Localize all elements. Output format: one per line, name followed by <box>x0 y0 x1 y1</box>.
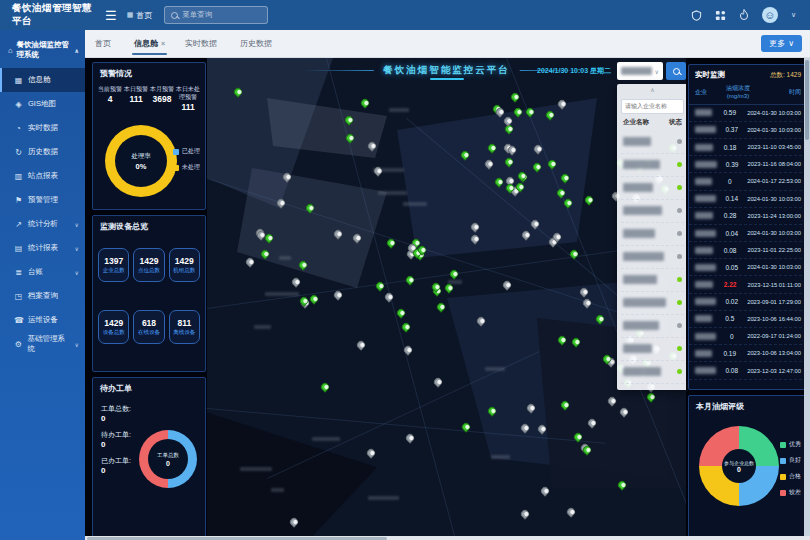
sidebar-item[interactable]: ▦ 信息舱 <box>0 68 85 92</box>
map-pin[interactable] <box>395 307 406 318</box>
tab[interactable]: 信息舱 × <box>124 30 175 57</box>
sidebar-item[interactable]: ◔ 实时数据 <box>0 116 85 140</box>
map-pin[interactable] <box>373 165 384 176</box>
map-pin[interactable] <box>449 268 460 279</box>
enterprise-list-item[interactable] <box>621 246 684 269</box>
map-pin[interactable] <box>297 259 308 270</box>
map-pin[interactable] <box>344 114 355 125</box>
map-pin[interactable] <box>291 276 302 287</box>
map-pin[interactable] <box>583 195 594 206</box>
map-pin[interactable] <box>539 485 550 496</box>
map-pin[interactable] <box>586 418 597 429</box>
map-canvas[interactable]: 餐饮油烟智能监控云平台 2024/1/30 10:03 星期二 ∨ ∧ 企业名称… <box>207 58 686 540</box>
sidebar-item[interactable]: ◳ 档案查询 <box>0 284 85 308</box>
map-pin[interactable] <box>374 281 385 292</box>
map-pin[interactable] <box>532 143 543 154</box>
realtime-row[interactable]: 0.39 2023-11-16 08:04:00 <box>689 156 807 173</box>
realtime-row[interactable]: 0.19 2023-10-06 13:04:00 <box>689 345 807 362</box>
map-pin[interactable] <box>570 336 581 347</box>
map-pin[interactable] <box>566 507 577 518</box>
map-pin[interactable] <box>404 433 415 444</box>
realtime-row[interactable]: 0.18 2023-11-10 03:45:00 <box>689 139 807 156</box>
realtime-row[interactable]: 0.5 2023-10-06 16:44:00 <box>689 311 807 328</box>
sidebar-item[interactable]: ☎ 运维设备 <box>0 308 85 332</box>
collapse-chevron-icon[interactable]: ∧ <box>621 86 684 94</box>
map-pin[interactable] <box>461 421 472 432</box>
map-pin[interactable] <box>578 287 589 298</box>
map-pin[interactable] <box>245 256 256 267</box>
realtime-row[interactable]: 0.05 2024-01-30 10:03:00 <box>689 259 807 276</box>
menu-search-input[interactable]: 菜单查询 <box>164 6 268 24</box>
enterprise-list-item[interactable] <box>621 177 684 200</box>
apps-grid-icon[interactable] <box>715 10 726 21</box>
map-pin[interactable] <box>319 382 330 393</box>
sidebar-item[interactable]: ▤ 统计报表 ∨ <box>0 236 85 260</box>
sidebar-item[interactable]: ▥ 站点报表 <box>0 164 85 188</box>
sidebar-system-header[interactable]: ⌂ 餐饮油烟监控管理系统 ∧ <box>0 30 85 68</box>
enterprise-list-item[interactable] <box>621 154 684 177</box>
map-pin[interactable] <box>402 344 413 355</box>
map-pin[interactable] <box>281 171 292 182</box>
tab[interactable]: 历史数据 <box>230 30 285 57</box>
map-pin[interactable] <box>509 92 520 103</box>
realtime-row[interactable]: 0.14 2024-01-30 10:03:00 <box>689 191 807 208</box>
map-pin[interactable] <box>536 423 547 434</box>
scrollbar-thumb[interactable] <box>87 537 387 540</box>
map-pin[interactable] <box>233 87 244 98</box>
sidebar-item[interactable]: ≣ 台账 ∨ <box>0 260 85 284</box>
map-pin[interactable] <box>512 107 523 118</box>
user-menu-caret-icon[interactable]: ∨ <box>791 11 796 19</box>
user-avatar[interactable]: ☺ <box>762 7 778 23</box>
map-pin[interactable] <box>304 202 315 213</box>
map-pin[interactable] <box>531 161 542 172</box>
map-pin[interactable] <box>404 275 415 286</box>
map-pin[interactable] <box>470 233 481 244</box>
enterprise-search-button[interactable] <box>666 62 686 80</box>
map-pin[interactable] <box>494 176 505 187</box>
map-pin[interactable] <box>486 405 497 416</box>
map-pin[interactable] <box>646 391 657 402</box>
map-pin[interactable] <box>309 293 320 304</box>
map-pin[interactable] <box>459 150 470 161</box>
map-pin[interactable] <box>351 233 362 244</box>
shield-icon[interactable] <box>691 10 702 21</box>
sidebar-item[interactable]: ◈ GIS地图 <box>0 92 85 116</box>
realtime-row[interactable]: 0.08 2023-12-03 12:47:00 <box>689 362 807 379</box>
map-pin[interactable] <box>501 279 512 290</box>
map-pin[interactable] <box>616 479 627 490</box>
map-pin[interactable] <box>444 282 455 293</box>
map-pin[interactable] <box>275 197 286 208</box>
map-pin[interactable] <box>356 339 367 350</box>
enterprise-list-item[interactable] <box>621 361 684 384</box>
hamburger-menu-icon[interactable]: ☰ <box>105 8 117 23</box>
realtime-row[interactable]: 0.59 2024-01-30 10:03:00 <box>689 105 807 122</box>
sidebar-item[interactable]: ⚑ 预警管理 <box>0 188 85 212</box>
enterprise-list-item[interactable] <box>621 223 684 246</box>
map-pin[interactable] <box>484 158 495 169</box>
map-pin[interactable] <box>619 406 630 417</box>
map-pin[interactable] <box>559 173 570 184</box>
realtime-row[interactable]: 0.04 2024-01-30 10:03:00 <box>689 225 807 242</box>
scrollbar-thumb[interactable] <box>805 60 809 140</box>
tab[interactable]: 实时数据 <box>175 30 230 57</box>
enterprise-name-input[interactable] <box>621 99 684 114</box>
map-pin[interactable] <box>386 238 397 249</box>
map-pin[interactable] <box>544 109 555 120</box>
realtime-row[interactable]: 0.02 2023-09-01 17:29:00 <box>689 294 807 311</box>
enterprise-select[interactable]: ∨ <box>617 62 663 80</box>
map-pin[interactable] <box>432 376 443 387</box>
more-button[interactable]: 更多 ∨ <box>761 35 802 52</box>
map-pin[interactable] <box>259 248 270 259</box>
enterprise-list-item[interactable] <box>621 131 684 154</box>
map-pin[interactable] <box>333 229 344 240</box>
map-pin[interactable] <box>556 334 567 345</box>
vertical-scrollbar[interactable] <box>804 58 810 540</box>
map-pin[interactable] <box>581 297 592 308</box>
map-pin[interactable] <box>289 516 300 527</box>
sidebar-item[interactable]: ⚙ 基础管理系统 ∨ <box>0 332 85 356</box>
map-pin[interactable] <box>568 248 579 259</box>
map-pin[interactable] <box>435 301 446 312</box>
map-pin[interactable] <box>519 508 530 519</box>
map-pin[interactable] <box>503 115 514 126</box>
tab[interactable]: 首页 <box>85 30 124 57</box>
